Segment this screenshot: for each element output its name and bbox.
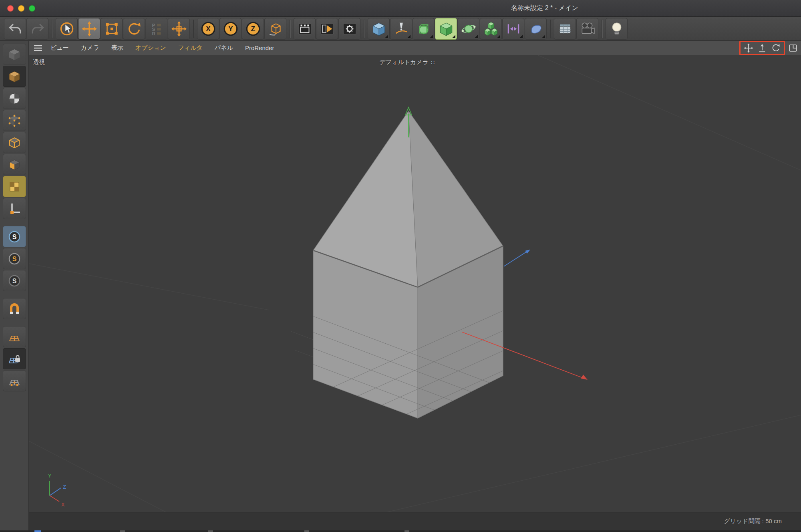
- simulate-button[interactable]: [457, 18, 479, 40]
- lock-z-axis-button[interactable]: Z: [242, 18, 264, 40]
- zoom-button[interactable]: [29, 5, 35, 12]
- titlebar: 名称未設定 2 * - メイン: [0, 0, 801, 17]
- points-cube-icon: [6, 113, 22, 129]
- camera-icon: [579, 20, 596, 37]
- live-selection-icon: [58, 20, 75, 37]
- edges-mode-button[interactable]: [3, 132, 26, 153]
- z-axis-icon: Z: [245, 20, 262, 37]
- rotate-tool-button[interactable]: [123, 18, 145, 40]
- render-view-icon: [296, 20, 313, 37]
- sliver-mark: [405, 530, 409, 532]
- generators-button[interactable]: [435, 18, 457, 40]
- viewport-3d[interactable]: 透視 デフォルトカメラ ∷ Y Z X グリッド間隔 : 50 cm: [29, 55, 801, 530]
- live-selection-button[interactable]: [56, 18, 78, 40]
- add-cube-primitive-button[interactable]: [368, 18, 390, 40]
- toolbar-separator: [550, 20, 551, 38]
- toggle-panel-button[interactable]: [788, 43, 798, 53]
- menu-panel[interactable]: パネル: [215, 44, 233, 52]
- grid-spacing-label: グリッド間隔 : 50 cm: [724, 518, 782, 525]
- scale-icon: [103, 20, 120, 37]
- minimize-button[interactable]: [18, 5, 24, 12]
- points-mode-button[interactable]: [3, 110, 26, 131]
- gizmo-x-label: X: [61, 502, 65, 508]
- mograph-button[interactable]: [480, 18, 502, 40]
- sidebar-gap: [0, 292, 28, 297]
- polygons-mode-button[interactable]: [3, 154, 26, 175]
- sliver-mark: [304, 530, 309, 532]
- viewport-menubar: ビュー カメラ 表示 オプション フィルタ パネル ProRender: [29, 41, 801, 55]
- menu-view[interactable]: ビュー: [50, 44, 69, 52]
- snap-3d-button[interactable]: S: [3, 248, 26, 269]
- convert-object-button[interactable]: [3, 44, 26, 65]
- snap-3d-icon: S: [6, 251, 22, 267]
- orientation-gizmo: Y Z X: [38, 472, 74, 510]
- content-browser-button[interactable]: [554, 18, 576, 40]
- y-axis-icon: Y: [222, 20, 239, 37]
- toolbar-separator: [52, 20, 53, 38]
- clone-cubes-icon: [483, 20, 499, 37]
- pan-camera-button[interactable]: [744, 43, 753, 53]
- pen-spline-button[interactable]: [390, 18, 412, 40]
- light-button[interactable]: [606, 18, 628, 40]
- rotate-camera-button[interactable]: [771, 43, 781, 53]
- render-view-button[interactable]: [294, 18, 316, 40]
- camera-button[interactable]: [576, 18, 598, 40]
- edit-render-settings-button[interactable]: [338, 18, 360, 40]
- menu-filter[interactable]: フィルタ: [178, 44, 203, 52]
- camera-move-icon[interactable]: ∷: [431, 59, 435, 66]
- gizmo-z-label: Z: [63, 484, 66, 490]
- interactive-workplane-icon: [6, 373, 22, 389]
- generator-cube-icon: [438, 20, 455, 37]
- render-picture-viewer-button[interactable]: [316, 18, 338, 40]
- model-mode-button[interactable]: [3, 66, 26, 87]
- deformer-button[interactable]: [525, 18, 547, 40]
- edges-cube-icon: [6, 135, 22, 151]
- gizmo-y-label: Y: [48, 473, 52, 479]
- window-title: 名称未設定 2 * - メイン: [511, 4, 578, 12]
- axis-z-handle[interactable]: [504, 250, 530, 266]
- close-button[interactable]: [7, 5, 14, 12]
- dolly-camera-button[interactable]: [757, 43, 767, 53]
- cube-primitive-icon: [370, 20, 387, 37]
- checker-sphere-icon: [6, 91, 22, 107]
- character-symmetry-button[interactable]: [502, 18, 524, 40]
- redo-button[interactable]: [26, 18, 48, 40]
- toolbar-separator: [290, 20, 291, 38]
- subdivision-surface-button[interactable]: [413, 18, 435, 40]
- undo-button[interactable]: [4, 18, 26, 40]
- toolbar-separator: [193, 20, 194, 38]
- scene-object[interactable]: [269, 111, 529, 516]
- menu-camera[interactable]: カメラ: [81, 44, 99, 52]
- lock-x-axis-button[interactable]: X: [197, 18, 219, 40]
- view-controls: [739, 41, 798, 55]
- redo-icon: [29, 20, 46, 37]
- traffic-lights: [0, 5, 35, 12]
- texture-mode-button[interactable]: [3, 88, 26, 109]
- snap-dynamic-button[interactable]: S: [3, 270, 26, 291]
- axis-modification-button[interactable]: [168, 18, 190, 40]
- lock-workplane-button[interactable]: [3, 348, 26, 369]
- psr-icon: P S R: [148, 20, 165, 37]
- menu-display[interactable]: 表示: [111, 44, 123, 52]
- main-toolbar: P S R X Y: [0, 17, 801, 41]
- scale-tool-button[interactable]: [101, 18, 123, 40]
- axis-workplane-button[interactable]: [3, 198, 26, 219]
- magnet-tool-button[interactable]: [3, 298, 26, 319]
- svg-text:R: R: [152, 31, 155, 36]
- interactive-workplane-button[interactable]: [3, 370, 26, 391]
- symmetry-icon: [505, 20, 522, 37]
- coordinate-system-button[interactable]: [264, 18, 286, 40]
- camera-label-group[interactable]: デフォルトカメラ ∷: [379, 58, 435, 66]
- menu-options[interactable]: オプション: [135, 44, 166, 52]
- menu-prorender[interactable]: ProRender: [245, 44, 274, 51]
- snap-enable-button[interactable]: S: [3, 226, 26, 247]
- magnet-icon: [6, 301, 22, 317]
- workplane-button[interactable]: [3, 326, 26, 347]
- annotation-highlight-box: [739, 41, 785, 55]
- move-tool-button[interactable]: [78, 18, 100, 40]
- lock-y-axis-button[interactable]: Y: [219, 18, 242, 40]
- uv-mode-button[interactable]: [3, 176, 26, 197]
- psr-transfer-button[interactable]: P S R: [145, 18, 167, 40]
- render-picture-viewer-icon: [319, 20, 336, 37]
- menu-icon[interactable]: [34, 44, 42, 52]
